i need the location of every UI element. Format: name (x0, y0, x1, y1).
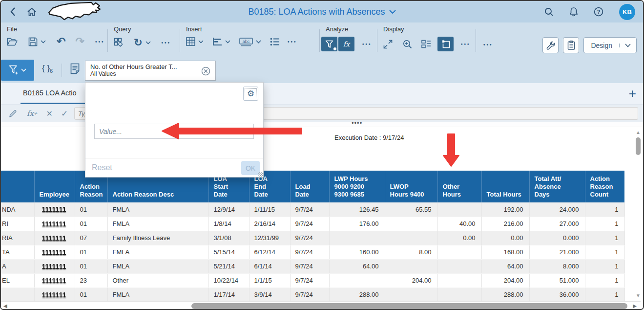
search-icon[interactable] (544, 7, 554, 17)
insert-table-icon[interactable] (186, 37, 195, 46)
notifications-bell-icon[interactable] (569, 7, 578, 17)
query-more-icon[interactable]: ••• (162, 40, 171, 45)
table-cell: 1 (585, 273, 624, 288)
undo-icon[interactable]: ↶ (57, 37, 65, 46)
table-cell: 288.00 (481, 288, 529, 302)
toolbar-group-query: Query ↻ ••• (114, 25, 171, 48)
redo-icon[interactable]: ↷ (75, 37, 84, 46)
zoom-in-icon[interactable] (403, 40, 412, 49)
insert-text-cell-icon[interactable]: abc (239, 37, 253, 46)
table-cell: 1/11/15 (249, 202, 290, 217)
table-cell: 10/22/14 (208, 273, 249, 288)
save-chevron-down-icon[interactable] (41, 40, 46, 44)
add-filter-funnel-icon (9, 65, 19, 75)
variables-icon[interactable]: { }6 (42, 64, 53, 74)
cell-chevron-down-icon[interactable] (256, 40, 261, 44)
table-cell: 3/1/08 (208, 231, 249, 245)
column-header[interactable]: Load Date (290, 171, 329, 202)
table-cell: 1/1/15 (249, 273, 290, 288)
vertical-scrollbar[interactable]: ▲ ▼ (634, 128, 642, 310)
formula-bar-toggle-icon[interactable]: fx (338, 37, 354, 51)
table-cell (437, 288, 481, 302)
table-cell: 23 (75, 273, 107, 288)
horizontal-scrollbar[interactable]: ◀ ▶ (1, 301, 641, 310)
table-cell: 192.00 (481, 202, 529, 217)
display-more-icon[interactable]: ••• (461, 42, 471, 47)
validate-formula-icon[interactable]: ✓ (61, 109, 68, 119)
table-cell: 0.00 (437, 231, 481, 245)
variables-count: 6 (50, 68, 53, 74)
outline-panel-icon[interactable] (421, 40, 431, 48)
note-document-icon[interactable] (70, 63, 80, 74)
remove-filter-icon[interactable] (201, 66, 210, 76)
table-cell: 160.00 (329, 245, 385, 259)
insert-more-icon[interactable]: ••• (288, 39, 297, 44)
column-header[interactable]: Total Hours (481, 171, 529, 202)
filter-pill-title: No. of Other Hours Greater T... (90, 63, 201, 70)
tools-wrench-icon[interactable] (542, 37, 559, 53)
report-tab-active[interactable]: B0185 LOA Actio (23, 89, 77, 97)
home-icon[interactable] (27, 7, 37, 17)
user-avatar[interactable]: KB (619, 4, 635, 20)
table-cell: 5/21/14 (208, 259, 249, 273)
refresh-icon[interactable]: ↻ (134, 37, 143, 48)
popup-resize-handle[interactable] (258, 172, 263, 177)
add-report-icon[interactable]: + (629, 86, 636, 101)
chart-chevron-down-icon[interactable] (225, 40, 230, 44)
title-chevron-down-icon[interactable] (389, 10, 396, 14)
table-chevron-down-icon[interactable] (198, 40, 204, 44)
column-header[interactable]: LWP Hours 9000 9200 9300 9685 (329, 171, 385, 202)
file-more-icon[interactable]: ••• (95, 39, 105, 44)
filter-bar-toggle-icon[interactable] (321, 37, 337, 51)
table-cell: 2/16/14 (249, 217, 290, 231)
splitter-grip-icon[interactable]: •••• (352, 119, 362, 127)
table-cell: 1111111 (34, 231, 75, 245)
table-cell: 204.00 (481, 273, 529, 288)
scroll-right-icon[interactable]: ▶ (633, 303, 637, 309)
insert-list-icon[interactable] (270, 38, 280, 46)
column-header[interactable]: Action Reason Count (585, 171, 624, 202)
horizontal-scroll-thumb[interactable] (191, 303, 627, 309)
back-icon[interactable] (10, 7, 16, 17)
scroll-left-icon[interactable]: ◀ (3, 303, 7, 309)
column-header[interactable]: LWOP Hours 9400 (385, 171, 437, 202)
ok-button[interactable]: OK (241, 161, 260, 175)
edit-formula-pencil-icon[interactable] (9, 110, 17, 118)
maximize-icon[interactable] (383, 40, 393, 49)
scroll-down-icon[interactable]: ▼ (636, 293, 641, 298)
table-cell: 126.45 (329, 202, 385, 217)
table-cell: 3/9/14 (249, 288, 290, 302)
column-header[interactable]: Other Hours (437, 171, 481, 202)
cancel-formula-icon[interactable]: ✕ (46, 109, 53, 118)
create-variable-icon[interactable]: fx+ (27, 109, 38, 118)
filter-value-input[interactable] (94, 124, 254, 139)
refresh-chevron-down-icon[interactable] (145, 41, 151, 44)
column-header[interactable]: Total Att/ Absence Days (529, 171, 585, 202)
design-chevron-down-icon[interactable] (619, 44, 636, 47)
analyze-more-icon[interactable]: ••• (362, 42, 372, 47)
add-filter-button[interactable] (1, 60, 34, 81)
toolbar-separator (180, 29, 180, 52)
column-header[interactable] (1, 171, 34, 202)
scroll-up-icon[interactable]: ▲ (636, 130, 641, 135)
design-mode-label[interactable]: Design (584, 42, 619, 49)
table-cell: 01 (75, 202, 107, 217)
reset-button[interactable]: Reset (92, 163, 112, 172)
shell-header: B0185: LOA Actions with Absences ? KB (1, 1, 643, 22)
table-cell: 1 (585, 231, 624, 245)
save-icon[interactable] (28, 37, 38, 46)
toolbar-overflow-icon[interactable]: ••• (483, 42, 493, 47)
copy-clipboard-icon[interactable] (563, 37, 579, 53)
freeze-toggle-icon[interactable] (437, 37, 454, 51)
open-document-icon[interactable] (7, 37, 18, 46)
filter-settings-gear-icon[interactable]: ⚙ (243, 87, 258, 101)
nc-state-logo[interactable] (46, 1, 104, 23)
table-cell: 36.000 (529, 288, 585, 302)
filter-pill-other-hours[interactable]: No. of Other Hours Greater T... All Valu… (85, 61, 216, 81)
table-cell: 8.00 (385, 245, 437, 259)
insert-chart-icon[interactable] (212, 37, 222, 46)
query-design-icon[interactable] (114, 38, 124, 47)
vertical-scroll-thumb[interactable] (636, 137, 641, 155)
help-icon[interactable]: ? (594, 7, 603, 17)
column-header[interactable]: Employee (34, 171, 75, 202)
